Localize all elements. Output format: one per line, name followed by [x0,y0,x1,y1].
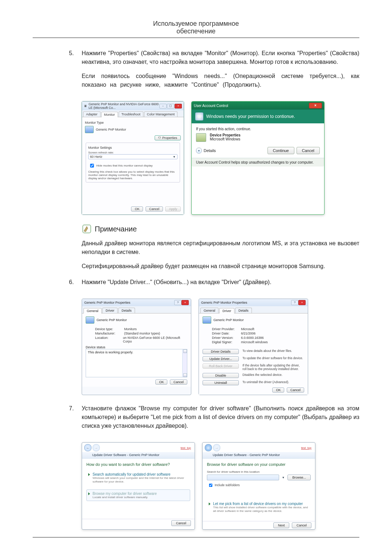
note-text-1: Данный драйвер монитора является сертифи… [82,239,359,257]
uac-footer-text: User Account Control helps stop unauthor… [192,158,324,167]
step-5-text-2: Если появилось сообщение "Windows needs.… [82,72,359,89]
apply-button[interactable]: Apply [165,206,181,212]
driver-provider-label: Driver Provider: [212,327,241,331]
ok-button[interactable]: OK [155,379,167,385]
location-label: Location: [95,336,123,343]
cancel-button[interactable]: Cancel [171,520,191,526]
uac-instruction: If you started this action, continue. [196,127,320,131]
cancel-button[interactable]: Cancel [170,379,187,385]
forward-icon: → [213,444,220,451]
tab-general[interactable]: General [83,308,102,313]
tab-details[interactable]: Details [235,308,252,313]
window-title: Generic PnP Monitor Properties [201,301,247,304]
monitor-icon [86,316,94,324]
window-title: Generic PnP Monitor Properties [84,301,130,304]
manufacturer-label: Manufacturer: [95,332,124,335]
test-top-link[interactable]: test_top [301,446,311,450]
close-icon[interactable]: × [298,300,306,305]
refresh-rate-select[interactable]: 60 Hertz▼ [88,154,177,159]
back-icon[interactable]: ← [84,444,91,451]
next-button[interactable]: Next [273,522,290,528]
forward-icon: → [93,444,100,451]
uac-publisher: Microsoft Windows [210,137,241,141]
program-icon [196,133,206,142]
option-browse-computer[interactable]: Browse my computer for driver software L… [86,489,190,501]
device-status-box: This device is working properly. [86,349,187,377]
tab-color-management[interactable]: Color Management [144,111,178,117]
uninstall-button[interactable]: Uninstall [203,380,239,385]
device-status-label: Device status [86,345,187,349]
include-subfolders-checkbox[interactable] [209,484,212,487]
chevron-down-icon: ▾ [196,148,202,153]
uac-title: User Account Control [194,104,228,108]
header-rule [33,37,359,38]
rollback-driver-desc: If the device fails after updating the d… [242,364,304,371]
page-title: Используемое программное обеспечение [33,20,359,35]
step-6-text: Нажмите "Update Driver..." (Обновить...)… [82,278,359,287]
cancel-button[interactable]: Cancel [287,387,304,393]
step-6: 6. Нажмите "Update Driver..." (Обновить.… [69,278,359,292]
details-toggle[interactable]: ▾ Details [196,148,216,153]
step-6-number: 6. [69,278,82,292]
continue-button[interactable]: Continue [268,147,294,154]
device-name: Generic PnP Monitor [97,318,127,322]
step-5-text-1: Нажмите "Properties" (Свойства) на вклад… [82,49,359,66]
step-7-number: 7. [69,404,82,436]
driver-version-value: 6.0.6000.16386 [241,336,264,340]
note-text-2: Сертифицированный драйвер будет размещен… [82,262,359,271]
close-icon[interactable]: × [181,300,189,305]
maximize-icon[interactable]: ▢ [167,104,174,108]
driver-details-button[interactable]: Driver Details [203,349,239,354]
monitor-name: Generic PnP Monitor [96,128,126,131]
note-icon [82,224,92,234]
cancel-button[interactable]: Cancel [297,147,320,154]
screenshot-row-2: Generic PnP Monitor Properties ? × Gener… [82,299,359,395]
tab-monitor[interactable]: Monitor [101,112,118,117]
driver-date-label: Driver Date: [212,332,241,335]
scrollbar[interactable] [182,349,187,377]
driver-version-label: Driver Version: [212,336,241,340]
shield-icon: 🛡 [195,112,203,120]
option-search-auto[interactable]: Search automatically for updated driver … [86,470,190,485]
help-icon[interactable]: ? [174,300,181,305]
cancel-button[interactable]: Cancel [146,206,163,212]
step-7-text: Установите флажок "Browse my computer fo… [82,404,359,430]
tab-general[interactable]: General [200,308,219,313]
tab-driver[interactable]: Driver [219,308,234,313]
screenshot-row-3: ← → test_top Update Driver Software - Ge… [82,442,359,529]
monitor-type-label: Monitor Type [85,121,181,124]
driver-date-value: 6/21/2006 [241,332,256,335]
ok-button[interactable]: OK [272,387,284,393]
browse-button[interactable]: Browse... [287,475,311,480]
update-driver-button[interactable]: Update Driver... [203,356,239,361]
wizard-title: Update Driver Software - Generic PnP Mon… [203,452,315,459]
update-driver-desc: To update the driver software for this d… [242,356,304,360]
option-pick-from-list[interactable]: Let me pick from a list of device driver… [207,500,311,515]
dropdown-icon[interactable]: ▼ [281,476,286,479]
cancel-button[interactable]: Cancel [292,522,311,528]
close-icon[interactable]: × [309,103,322,108]
footer-rule [33,537,359,538]
hide-modes-checkbox[interactable] [90,164,94,167]
tab-driver[interactable]: Driver [102,308,118,313]
location-label: Search for driver software in this locat… [207,470,311,473]
rollback-driver-button[interactable]: Roll Back Driver [203,364,239,369]
disable-button[interactable]: Disable [203,373,239,378]
ok-button[interactable]: OK [131,206,143,212]
close-icon[interactable]: × [175,104,182,108]
tab-adapter[interactable]: Adapter [83,111,101,117]
uac-banner-text: Windows needs your permission to contion… [206,114,295,119]
location-value: on NVIDIA GeForce 6600 LE (Microsoft Cor… [123,336,187,343]
manufacturer-value: (Standard monitor types) [124,332,160,335]
device-type-label: Device type: [95,327,124,331]
properties-button[interactable]: Properties [155,135,181,140]
test-top-link[interactable]: test_top [181,446,191,450]
minimize-icon[interactable]: – [159,104,167,108]
tab-troubleshoot[interactable]: Troubleshoot [119,111,143,117]
tab-details[interactable]: Details [118,308,135,313]
monitor-settings-label: Monitor Settings [88,146,177,149]
back-icon[interactable]: ← [205,444,212,451]
driver-details-desc: To view details about the driver files. [242,349,304,353]
help-icon[interactable]: ? [291,300,298,305]
location-input[interactable] [207,475,279,480]
